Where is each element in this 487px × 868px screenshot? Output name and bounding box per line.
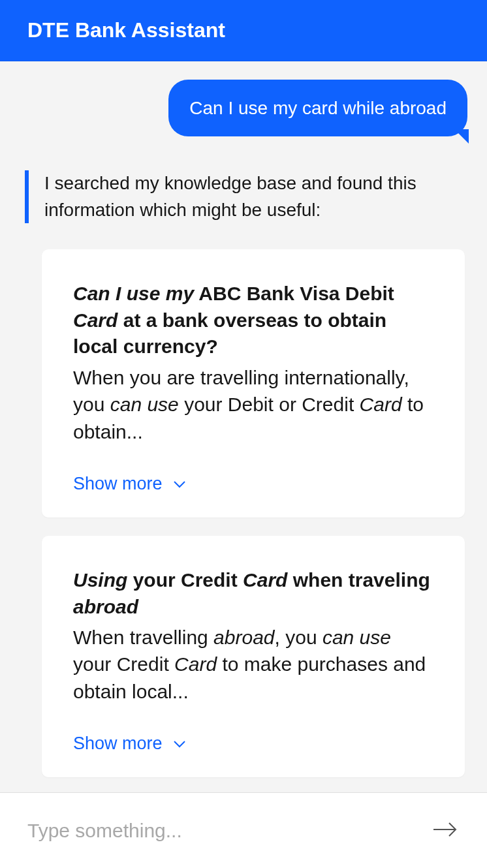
chevron-down-icon bbox=[173, 478, 186, 491]
show-more-label: Show more bbox=[73, 474, 163, 494]
show-more-button[interactable]: Show more bbox=[73, 734, 433, 754]
message-input[interactable] bbox=[27, 820, 427, 842]
assistant-response: I searched my knowledge base and found t… bbox=[20, 170, 467, 777]
user-message-bubble: Can I use my card while abroad bbox=[168, 80, 467, 136]
chat-messages: Can I use my card while abroad I searche… bbox=[0, 61, 487, 792]
chevron-down-icon bbox=[173, 737, 186, 751]
send-button[interactable] bbox=[427, 815, 463, 846]
user-message-text: Can I use my card while abroad bbox=[189, 98, 447, 118]
result-card[interactable]: Can I use my ABC Bank Visa Debit Card at… bbox=[42, 249, 465, 518]
result-card-title: Using your Credit Card when traveling ab… bbox=[73, 567, 433, 620]
arrow-right-icon bbox=[432, 820, 458, 841]
result-card-body: When you are travelling internationally,… bbox=[73, 364, 433, 445]
user-message: Can I use my card while abroad bbox=[20, 80, 467, 136]
result-card-title: Can I use my ABC Bank Visa Debit Card at… bbox=[73, 281, 433, 360]
result-card-body: When travelling abroad, you can use your… bbox=[73, 624, 433, 705]
input-bar bbox=[0, 792, 487, 868]
chat-header: DTE Bank Assistant bbox=[0, 0, 487, 61]
assistant-intro-text: I searched my knowledge base and found t… bbox=[25, 170, 465, 223]
show-more-label: Show more bbox=[73, 734, 163, 754]
bubble-tail bbox=[454, 129, 469, 144]
result-card[interactable]: Using your Credit Card when traveling ab… bbox=[42, 536, 465, 777]
chat-title: DTE Bank Assistant bbox=[27, 18, 225, 42]
show-more-button[interactable]: Show more bbox=[73, 474, 433, 494]
